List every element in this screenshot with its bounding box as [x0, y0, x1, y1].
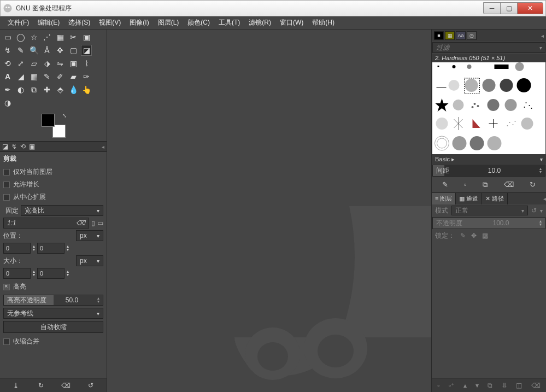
allow-grow-checkbox[interactable]: [3, 182, 10, 188]
layer-list[interactable]: [432, 242, 546, 378]
rotate-tool[interactable]: ⟲: [2, 58, 13, 69]
zoom-tool[interactable]: 🔍: [28, 45, 39, 56]
brush-filter[interactable]: 过滤▾: [432, 42, 545, 53]
new-layer-icon[interactable]: ▫: [437, 382, 439, 389]
cage-tool[interactable]: ▣: [68, 58, 79, 69]
smudge-tool[interactable]: 👆: [81, 84, 92, 95]
lock-alpha-icon[interactable]: ▩: [482, 232, 488, 239]
save-preset-icon[interactable]: ⤓: [11, 381, 20, 390]
free-select-tool[interactable]: ☆: [28, 32, 39, 43]
duplicate-brush-icon[interactable]: ⧉: [483, 180, 488, 189]
pos-y-input[interactable]: 0: [37, 243, 64, 254]
layers-tab[interactable]: ≡图层: [432, 193, 456, 204]
refresh-brush-icon[interactable]: ↻: [530, 180, 536, 189]
position-unit-dropdown[interactable]: px▾: [76, 230, 103, 241]
menu-view[interactable]: 视图(V): [95, 16, 125, 30]
ellipse-select-tool[interactable]: ◯: [15, 32, 26, 43]
fonts-tab[interactable]: Aa: [456, 31, 466, 40]
landscape-icon[interactable]: ▭: [97, 219, 103, 227]
heal-tool[interactable]: ✚: [42, 84, 52, 95]
pencil-tool[interactable]: ✎: [42, 71, 52, 82]
measure-tool[interactable]: Å: [42, 45, 52, 56]
menu-file[interactable]: 文件(F): [3, 16, 33, 30]
perspective-tool[interactable]: ⬗: [42, 58, 52, 69]
paths-tool[interactable]: ↯: [2, 45, 13, 56]
dodge-tool[interactable]: ◑: [2, 97, 13, 108]
current-layer-checkbox[interactable]: [3, 169, 10, 175]
menu-tools[interactable]: 工具(T): [214, 16, 244, 30]
size-h-input[interactable]: 0: [37, 268, 64, 279]
menu-help[interactable]: 帮助(H): [308, 16, 339, 30]
auto-shrink-button[interactable]: 自动收缩: [3, 321, 103, 333]
lock-position-icon[interactable]: ✥: [471, 232, 477, 239]
channels-tab[interactable]: ▦通道: [456, 193, 482, 204]
highlight-checkbox[interactable]: [3, 284, 10, 290]
panel-menu-icon[interactable]: ◂: [102, 144, 104, 150]
menu-filters[interactable]: 滤镜(R): [244, 16, 275, 30]
history-tab[interactable]: ◷: [467, 31, 477, 40]
expand-center-checkbox[interactable]: [3, 194, 10, 201]
highlight-opacity-slider[interactable]: 高亮不透明度 50.0 ▴▾: [3, 295, 103, 306]
tab-tool-options[interactable]: ◪: [2, 143, 8, 150]
swap-colors-icon[interactable]: ⤡: [62, 113, 67, 119]
clone-tool[interactable]: ⧉: [28, 84, 39, 95]
menu-edit[interactable]: 编辑(E): [33, 16, 64, 30]
perspective-clone-tool[interactable]: ⬘: [55, 84, 66, 95]
bucket-fill-tool[interactable]: ◢: [15, 71, 26, 82]
scissors-tool[interactable]: ✂: [68, 32, 79, 43]
minimize-button[interactable]: ─: [483, 2, 501, 14]
menu-window[interactable]: 窗口(W): [275, 16, 308, 30]
ratio-input[interactable]: 1:1⌫: [3, 218, 89, 229]
shrink-merge-checkbox[interactable]: [3, 338, 10, 345]
paintbrush-tool[interactable]: ✐: [55, 71, 66, 82]
rect-select-tool[interactable]: ▭: [2, 32, 13, 43]
foreground-select-tool[interactable]: ▣: [81, 32, 92, 43]
brush-grid[interactable]: [432, 62, 545, 154]
delete-layer-icon[interactable]: ⌫: [531, 382, 541, 389]
tab-images[interactable]: ▣: [29, 143, 35, 150]
size-w-input[interactable]: 0: [3, 268, 31, 279]
shear-tool[interactable]: ▱: [28, 58, 39, 69]
text-tool[interactable]: A: [2, 71, 13, 82]
gradient-tool[interactable]: ▦: [28, 71, 39, 82]
brush-panel-menu-icon[interactable]: ◂: [541, 33, 544, 39]
close-button[interactable]: ✕: [517, 2, 543, 14]
airbrush-tool[interactable]: ✑: [81, 71, 92, 82]
paths-tab[interactable]: ✕路径: [482, 193, 508, 204]
mypaint-tool[interactable]: ◐: [15, 84, 26, 95]
mask-icon[interactable]: ◫: [516, 382, 522, 389]
blur-tool[interactable]: 💧: [68, 84, 79, 95]
mode-reset-icon[interactable]: ↺: [531, 207, 537, 214]
blend-mode-dropdown[interactable]: 正常▾: [451, 206, 528, 215]
color-area[interactable]: ⤡: [42, 114, 66, 138]
portrait-icon[interactable]: ▯: [91, 219, 95, 227]
tab-device-status[interactable]: ↯: [11, 143, 17, 150]
merge-down-icon[interactable]: ⥥: [502, 382, 507, 389]
new-brush-icon[interactable]: ▫: [464, 180, 467, 189]
maximize-button[interactable]: ▢: [500, 2, 518, 14]
brush-spacing-slider[interactable]: 间距 10.0 ▴▾: [432, 165, 545, 177]
menu-color[interactable]: 颜色(C): [183, 16, 214, 30]
pos-x-input[interactable]: 0: [3, 243, 31, 254]
brush-preset-dropdown[interactable]: Basic ▸▾: [432, 154, 546, 164]
warp-tool[interactable]: ⌇: [81, 58, 92, 69]
ink-tool[interactable]: ✒: [2, 84, 13, 95]
delete-preset-icon[interactable]: ⌫: [61, 381, 70, 390]
layer-opacity-slider[interactable]: 不透明度 100.0 ▴▾: [432, 217, 545, 229]
menu-layer[interactable]: 图层(L): [154, 16, 184, 30]
raise-layer-icon[interactable]: ▴: [463, 382, 467, 389]
by-color-select-tool[interactable]: ▦: [55, 32, 66, 43]
menu-select[interactable]: 选择(S): [64, 16, 95, 30]
size-unit-dropdown[interactable]: px▾: [76, 255, 103, 266]
restore-preset-icon[interactable]: ↻: [37, 381, 45, 390]
canvas-area[interactable]: [107, 30, 431, 392]
fuzzy-select-tool[interactable]: ⋰: [42, 32, 52, 43]
patterns-tab[interactable]: ▦: [445, 31, 455, 40]
duplicate-layer-icon[interactable]: ⧉: [488, 382, 492, 389]
menu-image[interactable]: 图像(I): [125, 16, 153, 30]
align-tool[interactable]: ▢: [68, 45, 79, 56]
lock-pixels-icon[interactable]: ✎: [460, 232, 466, 239]
flip-tool[interactable]: ⇋: [55, 58, 66, 69]
move-tool[interactable]: ✥: [55, 45, 66, 56]
layer-panel-menu-icon[interactable]: ◂: [543, 196, 546, 202]
